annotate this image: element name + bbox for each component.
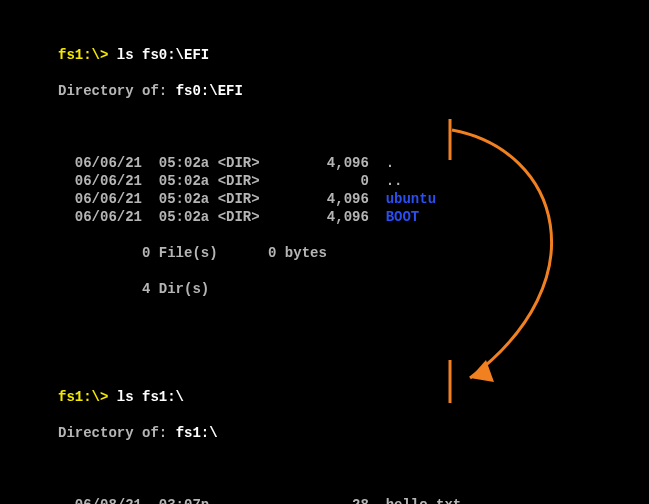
- blank: [58, 316, 649, 334]
- row-meta: 06/06/21 05:02a <DIR> 4,096: [58, 155, 386, 171]
- row-name: BOOT: [386, 209, 420, 225]
- row-name: hello.txt: [386, 497, 462, 504]
- row-meta: 06/08/21 03:07p 28: [58, 497, 386, 504]
- command-text: ls fs1:\: [117, 389, 184, 405]
- row-name: ubuntu: [386, 191, 436, 207]
- table-row: 06/06/21 05:02a <DIR> 4,096 ubuntu: [58, 190, 649, 208]
- row-meta: 06/06/21 05:02a <DIR> 4,096: [58, 209, 386, 225]
- table-row: 06/06/21 05:02a <DIR> 0 ..: [58, 172, 649, 190]
- row-name: ..: [386, 173, 403, 189]
- dir-header-1: Directory of: fs0:\EFI: [58, 82, 649, 100]
- prompt: fs1:\>: [58, 47, 117, 63]
- command-text: ls fs0:\EFI: [117, 47, 209, 63]
- row-meta: 06/06/21 05:02a <DIR> 4,096: [58, 191, 386, 207]
- cmd-line-2: fs1:\> ls fs1:\: [58, 388, 649, 406]
- blank: [58, 118, 649, 136]
- table-row: 06/08/21 03:07p 28 hello.txt: [58, 496, 649, 504]
- terminal[interactable]: fs1:\> ls fs0:\EFI Directory of: fs0:\EF…: [0, 0, 649, 504]
- summary-files-1: 0 File(s) 0 bytes: [58, 244, 649, 262]
- prompt: fs1:\>: [58, 389, 117, 405]
- cmd-line-1: fs1:\> ls fs0:\EFI: [58, 46, 649, 64]
- row-name: .: [386, 155, 394, 171]
- row-meta: 06/06/21 05:02a <DIR> 0: [58, 173, 386, 189]
- dir-header-2: Directory of: fs1:\: [58, 424, 649, 442]
- blank: [58, 352, 649, 370]
- table-row: 06/06/21 05:02a <DIR> 4,096 BOOT: [58, 208, 649, 226]
- listing-1: 06/06/21 05:02a <DIR> 4,096 . 06/06/21 0…: [58, 154, 649, 226]
- table-row: 06/06/21 05:02a <DIR> 4,096 .: [58, 154, 649, 172]
- blank: [58, 460, 649, 478]
- listing-2: 06/08/21 03:07p 28 hello.txt 06/08/21 08…: [58, 496, 649, 504]
- summary-dirs-1: 4 Dir(s): [58, 280, 649, 298]
